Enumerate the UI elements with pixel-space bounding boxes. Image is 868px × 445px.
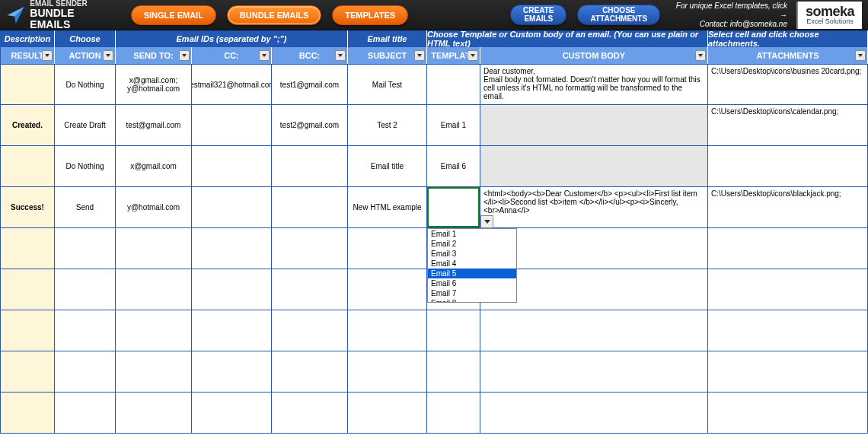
- cell[interactable]: [116, 269, 192, 310]
- cell[interactable]: [116, 393, 192, 434]
- attachments-cell[interactable]: C:\Users\Desktop\icons\calendar.png;: [708, 105, 868, 146]
- cell[interactable]: [192, 351, 272, 393]
- filter-icon[interactable]: [259, 50, 270, 61]
- cell[interactable]: [192, 105, 272, 146]
- cell[interactable]: x@gmail.com: [116, 146, 192, 187]
- cell[interactable]: [272, 351, 348, 393]
- cell[interactable]: Email 6: [427, 146, 480, 187]
- attachments-cell[interactable]: [708, 310, 868, 351]
- cell[interactable]: [272, 393, 348, 434]
- filter-icon[interactable]: [179, 50, 190, 61]
- cell[interactable]: [116, 310, 192, 351]
- custom-body-cell[interactable]: [480, 105, 708, 146]
- cell[interactable]: [192, 393, 272, 434]
- cell[interactable]: testmail321@hotmail.com: [192, 64, 272, 105]
- col-sendto[interactable]: SEND TO:: [116, 47, 192, 64]
- filter-icon[interactable]: [103, 50, 113, 61]
- cell[interactable]: [348, 269, 427, 310]
- cell[interactable]: [348, 351, 427, 393]
- cell[interactable]: [427, 310, 480, 351]
- cell[interactable]: [55, 393, 116, 434]
- filter-icon[interactable]: [42, 50, 53, 61]
- cell[interactable]: test2@gmail.com: [272, 105, 348, 146]
- cell[interactable]: [348, 310, 427, 351]
- cell[interactable]: [348, 228, 427, 269]
- custom-body-cell[interactable]: [480, 351, 708, 393]
- attachments-cell[interactable]: [708, 146, 868, 187]
- attachments-cell[interactable]: [708, 393, 868, 434]
- cell[interactable]: [55, 351, 116, 393]
- cell[interactable]: [116, 351, 192, 393]
- filter-icon[interactable]: [468, 50, 478, 61]
- dropdown-item[interactable]: Email 6: [428, 278, 516, 288]
- cell[interactable]: [192, 187, 272, 228]
- col-attachments[interactable]: ATTACHMENTS: [708, 47, 868, 64]
- result-cell[interactable]: [0, 64, 55, 105]
- cell[interactable]: Send: [55, 187, 116, 228]
- cell[interactable]: Create Draft: [55, 105, 116, 146]
- col-subject[interactable]: SUBJECT: [348, 47, 427, 64]
- cell[interactable]: [55, 228, 116, 269]
- choose-attachments-button[interactable]: CHOOSE ATTACHMENTS: [577, 5, 660, 25]
- result-cell[interactable]: [0, 228, 55, 269]
- dropdown-item[interactable]: Email 4: [428, 259, 516, 269]
- result-cell[interactable]: Created.: [0, 105, 55, 146]
- col-cc[interactable]: CC:: [192, 47, 272, 64]
- dropdown-item[interactable]: Email 7: [428, 288, 516, 298]
- custom-body-cell[interactable]: [480, 310, 708, 351]
- single-email-button[interactable]: SINGLE EMAIL: [131, 5, 216, 25]
- template-cell-selected[interactable]: Email 1Email 2Email 3Email 4Email 5Email…: [427, 187, 480, 228]
- cell[interactable]: test1@gmail.com: [272, 64, 348, 105]
- cell[interactable]: Do Nothing: [55, 64, 116, 105]
- result-cell[interactable]: [0, 310, 55, 351]
- cell[interactable]: [427, 64, 480, 105]
- col-template[interactable]: TEMPLATE: [427, 47, 480, 64]
- col-bcc[interactable]: BCC:: [272, 47, 348, 64]
- cell[interactable]: [272, 310, 348, 351]
- cell[interactable]: [272, 228, 348, 269]
- custom-body-cell[interactable]: <html><body><b>Dear Customer</b> <p><ul>…: [480, 187, 708, 228]
- result-cell[interactable]: [0, 393, 55, 434]
- dropdown-item[interactable]: Email 3: [428, 249, 516, 259]
- dropdown-item[interactable]: Email 8: [428, 298, 516, 302]
- someka-badge[interactable]: someka Excel Solutions: [796, 2, 862, 29]
- template-dropdown[interactable]: Email 1Email 2Email 3Email 4Email 5Email…: [427, 228, 517, 303]
- custom-body-cell[interactable]: Dear customer, Email body not formated. …: [480, 64, 708, 105]
- cell[interactable]: New HTML example: [348, 187, 427, 228]
- filter-icon[interactable]: [414, 50, 425, 61]
- cell[interactable]: [116, 228, 192, 269]
- dropdown-item[interactable]: Email 5: [428, 269, 516, 278]
- cell[interactable]: [348, 393, 427, 434]
- cell[interactable]: [192, 146, 272, 187]
- cell[interactable]: Mail Test: [348, 64, 427, 105]
- cell[interactable]: Test 2: [348, 105, 427, 146]
- cell[interactable]: Do Nothing: [55, 146, 116, 187]
- col-result[interactable]: RESULT: [0, 47, 55, 64]
- custom-body-cell[interactable]: [480, 146, 708, 187]
- filter-icon[interactable]: [695, 50, 706, 61]
- cell[interactable]: test@gmail.com: [116, 105, 192, 146]
- result-cell[interactable]: Success!: [0, 187, 55, 228]
- dropdown-item[interactable]: Email 1: [428, 229, 516, 239]
- col-action[interactable]: ACTION: [55, 47, 116, 64]
- create-emails-button[interactable]: CREATE EMAILS: [510, 5, 566, 25]
- cell[interactable]: [192, 310, 272, 351]
- attachments-cell[interactable]: [708, 269, 868, 310]
- cell[interactable]: [55, 269, 116, 310]
- cell[interactable]: x@gmail.com; y@hotmail.com: [116, 64, 192, 105]
- cell[interactable]: [272, 187, 348, 228]
- cell[interactable]: [55, 310, 116, 351]
- result-cell[interactable]: [0, 351, 55, 393]
- dropdown-item[interactable]: Email 2: [428, 239, 516, 249]
- cell[interactable]: [192, 269, 272, 310]
- custom-body-cell[interactable]: [480, 393, 708, 434]
- cell[interactable]: Email title: [348, 146, 427, 187]
- attachments-cell[interactable]: C:\Users\Desktop\icons\busines 20card.pn…: [708, 64, 868, 105]
- cell[interactable]: [272, 269, 348, 310]
- result-cell[interactable]: [0, 269, 55, 310]
- attachments-cell[interactable]: [708, 228, 868, 269]
- cell[interactable]: [427, 351, 480, 393]
- cell[interactable]: [272, 146, 348, 187]
- cell[interactable]: Email 1: [427, 105, 480, 146]
- attachments-cell[interactable]: C:\Users\Desktop\icons\blackjack.png;: [708, 187, 868, 228]
